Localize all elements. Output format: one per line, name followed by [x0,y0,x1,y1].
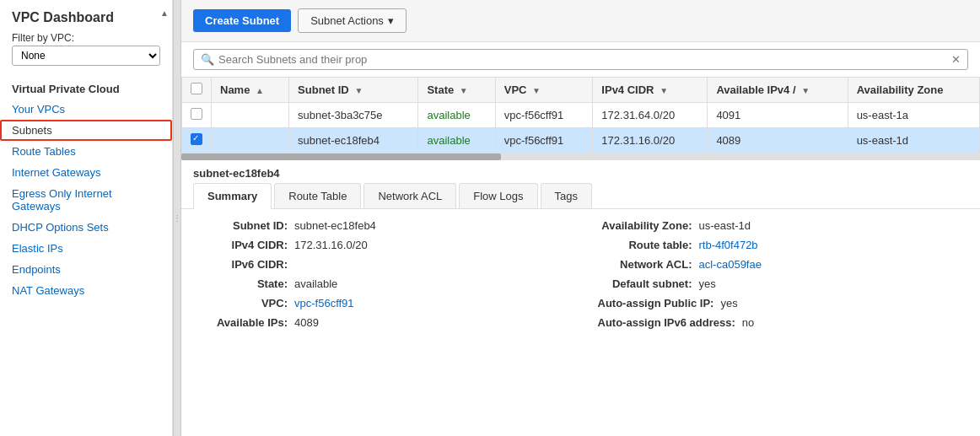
detail-row-subnet-id: Subnet ID: subnet-ec18feb4 [193,219,564,232]
tab-route-table[interactable]: Route Table [274,183,361,208]
detail-row-network-acl: Network ACL: acl-ca059fae [598,258,969,271]
detail-tabs: Summary Route Table Network ACL Flow Log… [181,183,980,209]
search-input[interactable] [218,53,951,66]
route-table-label: Route table: [598,239,699,251]
sidebar-section-title: Virtual Private Cloud [0,76,172,99]
sidebar-item-your-vpcs[interactable]: Your VPCs [0,99,172,120]
col-header-ipv4-cidr[interactable]: IPv4 CIDR ▼ [593,78,708,103]
ipv4-cidr-value: 172.31.16.0/20 [294,239,368,251]
row-0-vpc: vpc-f56cff91 [495,103,593,128]
sort-subnet-id-icon: ▼ [354,86,363,95]
row-0-name [212,103,289,128]
sidebar-item-route-tables[interactable]: Route Tables [0,141,172,162]
search-bar: 🔍 ✕ [193,49,968,70]
row-1-vpc: vpc-f56cff91 [495,128,593,153]
sort-state-icon: ▼ [460,86,468,95]
row-1-ipv4-cidr: 172.31.16.0/20 [593,128,708,153]
main-content: Create Subnet Subnet Actions ▾ 🔍 ✕ Name … [181,0,980,436]
tab-tags[interactable]: Tags [541,183,592,208]
vpc-label: VPC: [193,297,294,310]
route-table-value-link[interactable]: rtb-4f0f472b [699,239,758,251]
col-header-subnet-id[interactable]: Subnet ID ▼ [289,78,418,103]
summary-panel: Subnet ID: subnet-ec18feb4 IPv4 CIDR: 17… [181,209,980,436]
col-header-availability-zone[interactable]: Availability Zone [848,78,979,103]
sidebar-item-internet-gateways[interactable]: Internet Gateways [0,162,172,183]
auto-assign-ipv6-label: Auto-assign IPv6 address: [598,316,742,329]
default-subnet-label: Default subnet: [598,277,699,290]
availability-zone-label: Availability Zone: [598,219,699,232]
row-1-checkbox-icon [191,133,202,145]
row-0-availability-zone: us-east-1a [848,103,979,128]
subnet-id-value: subnet-ec18feb4 [294,219,376,232]
table-header-checkbox[interactable] [182,78,212,103]
network-acl-label: Network ACL: [598,258,699,271]
create-subnet-button[interactable]: Create Subnet [193,9,291,32]
vpc-filter-select[interactable]: None [12,46,160,66]
col-header-name[interactable]: Name ▲ [212,78,289,103]
toolbar: Create Subnet Subnet Actions ▾ [181,0,980,42]
detail-row-state: State: available [193,277,564,290]
row-0-state: available [418,103,495,128]
tab-network-acl[interactable]: Network ACL [363,183,456,208]
sidebar-item-endpoints[interactable]: Endpoints [0,259,172,280]
table-row[interactable]: subnet-ec18feb4 available vpc-f56cff91 1… [182,128,980,153]
sort-name-icon: ▲ [256,86,264,95]
subnets-table-container: Name ▲ Subnet ID ▼ State ▼ VPC ▼ [181,77,980,160]
state-value: available [294,277,337,290]
horizontal-scrollbar[interactable] [181,153,980,160]
tab-flow-logs[interactable]: Flow Logs [459,183,537,208]
detail-row-available-ips: Available IPs: 4089 [193,316,564,329]
selected-subnet-label: subnet-ec18feb4 [181,160,980,183]
row-1-state: available [418,128,495,153]
row-0-checkbox-icon [191,108,202,120]
sidebar-scroll-up[interactable]: ▲ [160,8,169,18]
ipv4-cidr-label: IPv4 CIDR: [193,239,294,251]
sidebar-item-elastic-ips[interactable]: Elastic IPs [0,238,172,259]
detail-row-availability-zone: Availability Zone: us-east-1d [598,219,969,232]
subnet-actions-button[interactable]: Subnet Actions ▾ [298,8,407,33]
detail-row-vpc: VPC: vpc-f56cff91 [193,297,564,310]
detail-row-route-table: Route table: rtb-4f0f472b [598,239,969,251]
horizontal-scrollbar-thumb [181,153,501,160]
row-1-checkbox-cell[interactable] [182,128,212,153]
ipv6-cidr-label: IPv6 CIDR: [193,258,294,271]
search-clear-icon[interactable]: ✕ [951,53,961,66]
auto-assign-public-ip-label: Auto-assign Public IP: [598,297,721,310]
sidebar-title: VPC Dashboard [0,0,172,32]
detail-row-ipv6-cidr: IPv6 CIDR: [193,258,564,271]
tab-summary[interactable]: Summary [193,183,272,209]
row-0-ipv4-cidr: 172.31.64.0/20 [593,103,708,128]
summary-right-col: Availability Zone: us-east-1d Route tabl… [598,219,969,426]
header-checkbox-icon [191,83,202,94]
detail-row-auto-assign-public-ip: Auto-assign Public IP: yes [598,297,969,310]
available-ips-value: 4089 [294,316,319,329]
vpc-value-link[interactable]: vpc-f56cff91 [294,297,354,310]
sort-available-ipv4-icon: ▼ [801,86,810,95]
state-label: State: [193,277,294,290]
detail-row-default-subnet: Default subnet: yes [598,277,969,290]
sort-ipv4-cidr-icon: ▼ [660,86,668,95]
auto-assign-ipv6-value: no [742,316,754,329]
row-0-subnet-id: subnet-3ba3c75e [289,103,418,128]
chevron-down-icon: ▾ [388,14,394,27]
auto-assign-public-ip-value: yes [720,297,737,310]
table-row[interactable]: subnet-3ba3c75e available vpc-f56cff91 1… [182,103,980,128]
col-header-state[interactable]: State ▼ [418,78,495,103]
detail-row-ipv4-cidr: IPv4 CIDR: 172.31.16.0/20 [193,239,564,251]
row-1-availability-zone: us-east-1d [848,128,979,153]
row-1-subnet-id: subnet-ec18feb4 [289,128,418,153]
subnet-actions-label: Subnet Actions [310,14,384,27]
sidebar-item-subnets[interactable]: Subnets [0,120,172,141]
network-acl-value-link[interactable]: acl-ca059fae [699,258,762,271]
sidebar-item-nat-gateways[interactable]: NAT Gateways [0,280,172,301]
col-header-available-ipv4[interactable]: Available IPv4 / ▼ [708,78,848,103]
filter-label: Filter by VPC: [0,32,172,46]
row-0-checkbox-cell[interactable] [182,103,212,128]
subnets-table: Name ▲ Subnet ID ▼ State ▼ VPC ▼ [181,77,980,153]
default-subnet-value: yes [699,277,716,290]
col-header-vpc[interactable]: VPC ▼ [495,78,593,103]
subnet-id-label: Subnet ID: [193,219,294,232]
resize-handle[interactable]: ⋮ [173,0,181,436]
sidebar-item-egress-only-internet-gateways[interactable]: Egress Only Internet Gateways [0,183,172,217]
sidebar-item-dhcp-options-sets[interactable]: DHCP Options Sets [0,217,172,238]
